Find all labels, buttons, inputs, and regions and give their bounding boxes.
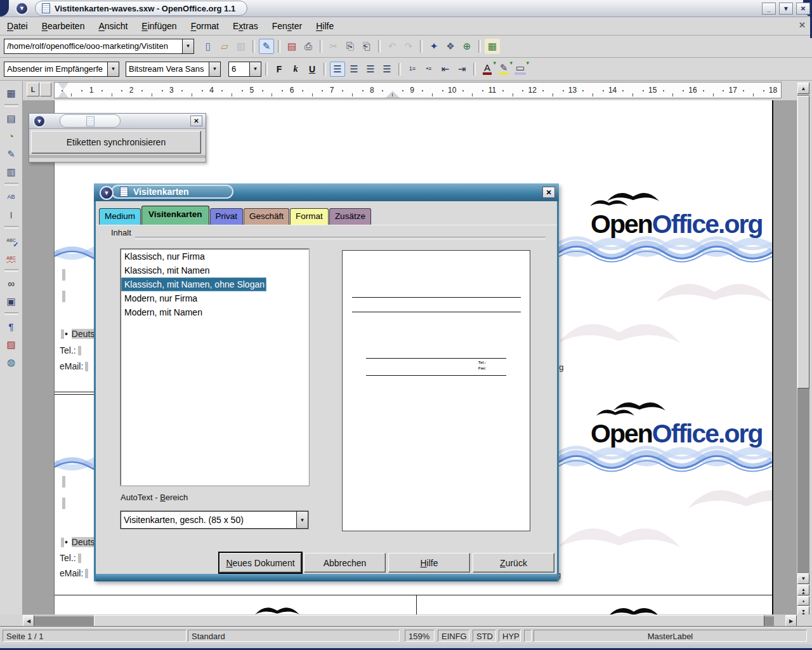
numbered-list-icon[interactable]: 1≡ [405,62,420,77]
float-titlebar[interactable]: ▼ ✕ [29,114,206,129]
autotext-icon[interactable]: AB [4,189,19,204]
menu-format[interactable]: Format [184,18,226,34]
print-icon[interactable]: ⎙ [301,39,316,54]
tab-geschft[interactable]: Geschäft [244,208,289,225]
scroll-down-button[interactable]: ▼ [797,573,809,584]
font-name-input[interactable] [126,62,209,76]
content-list-item[interactable]: Modern, mit Namen [121,305,308,319]
tab-type-button[interactable]: L [27,83,39,96]
font-color-icon[interactable]: A [480,62,495,77]
insert-form-icon[interactable]: ▥ [4,164,19,179]
size-dropdown-button[interactable]: ▼ [249,62,261,76]
menu-ansicht[interactable]: Ansicht [91,18,134,34]
menu-bearbeiten[interactable]: Bearbeiten [35,18,92,34]
content-list-item[interactable]: Klassisch, nur Firma [121,249,308,263]
paste-icon[interactable]: ⎗ [359,39,374,54]
menu-fenster[interactable]: Fenster [265,18,309,34]
font-size-input[interactable] [229,62,249,76]
tab-privat[interactable]: Privat [210,208,244,225]
autotext-dropdown-button[interactable]: ▼ [296,512,308,528]
style-dropdown-button[interactable]: ▼ [107,62,119,76]
scroll-left-button[interactable]: ◀ [23,615,34,627]
zoom-indicator[interactable]: 159% [405,630,435,642]
dialog-titlebar[interactable]: ▼ Visitenkarten ✕ [94,183,559,201]
bullet-list-icon[interactable]: •≡ [421,62,436,77]
new-document-icon[interactable]: ▯ [200,39,216,54]
insert-table-icon[interactable]: ▦ [4,85,19,100]
highlighting-icon[interactable]: ✎ [496,62,511,77]
increase-indent-icon[interactable]: ⇥ [454,62,469,77]
content-list-item[interactable]: Klassisch, mit Namen, ohne Slogan [121,277,266,291]
paragraph-background-icon[interactable]: ▭ [513,62,528,77]
bold-button[interactable]: F [272,62,287,77]
align-justify-icon[interactable]: ☰ [379,62,395,77]
italic-button[interactable]: k [288,62,303,77]
insert-mode-indicator[interactable]: EINFG [438,630,469,642]
underline-button[interactable]: U [304,62,320,77]
synchronize-labels-button[interactable]: Etiketten synchronisieren [31,131,201,154]
zurück-button[interactable]: Zurück [473,553,554,573]
navigation-button[interactable]: ● [797,596,809,606]
menu-hilfe[interactable]: Hilfe [309,18,341,34]
dialog-resize-border[interactable] [94,574,559,581]
float-close-button[interactable]: ✕ [190,116,202,126]
find-icon[interactable]: ∞ [4,275,19,291]
hyperlink-mode-indicator[interactable]: HYP [499,630,521,642]
autotext-input[interactable] [121,512,296,528]
draw-functions-icon[interactable]: ✎ [4,146,19,161]
scroll-right-button[interactable]: ▶ [785,615,797,627]
minimize-button[interactable]: _ [762,3,776,15]
url-input[interactable] [4,39,182,53]
tab-format[interactable]: Format [290,208,329,225]
decrease-indent-icon[interactable]: ⇤ [438,62,453,77]
scroll-up-button[interactable]: ▲ [797,83,809,94]
shade-button[interactable]: ▼ [779,3,793,15]
abbrechen-button[interactable]: Abbrechen [304,553,386,573]
horizontal-scrollbar-thumb[interactable] [94,615,764,627]
spellcheck-icon[interactable]: ABC [4,232,19,248]
close-document-icon[interactable]: ✕ [799,20,806,30]
content-list-item[interactable]: Klassisch, mit Namen [121,263,308,277]
online-layout-icon[interactable]: ◍ [4,354,19,369]
graphics-toggle-icon[interactable]: ▨ [4,336,19,352]
nonprinting-characters-icon[interactable]: ¶ [4,319,19,334]
stylist-icon[interactable]: ❖ [443,39,458,54]
previous-page-button[interactable]: ▲▲ [797,585,809,595]
direct-cursor-icon[interactable]: I [4,207,19,222]
url-dropdown-button[interactable]: ▼ [182,39,193,53]
tab-visitenkarten[interactable]: Visitenkarten [141,206,209,225]
selection-mode-indicator[interactable]: STD [473,630,496,642]
copy-icon[interactable]: ⎘ [343,39,358,54]
align-left-icon[interactable]: ☰ [330,62,345,77]
page-style-indicator[interactable]: Standard [188,630,400,642]
menu-einfgen[interactable]: Einfügen [134,18,183,34]
page-indicator[interactable]: Seite 1 / 1 [3,630,187,642]
open-icon[interactable]: ▱ [217,39,232,54]
insert-graphics-icon[interactable]: ◔ [4,128,19,143]
dialog-menu-button[interactable]: ▼ [100,186,114,200]
export-pdf-icon[interactable]: ▤ [284,39,299,54]
float-menu-button[interactable]: ▼ [33,115,46,128]
close-button[interactable]: ✕ [796,3,810,15]
tab-stop-marker[interactable] [386,91,400,98]
hilfe-button[interactable]: Hilfe [388,553,470,573]
paragraph-style-input[interactable] [4,62,107,76]
horizontal-ruler[interactable]: 123456789101112131415161718 [54,82,782,98]
neues-dokument-button[interactable]: Neues Dokument [219,553,301,573]
gallery-icon[interactable]: ▦ [485,39,500,54]
indent-marker[interactable] [58,83,69,98]
data-sources-icon[interactable]: ▣ [4,293,19,308]
vertical-scrollbar-thumb[interactable] [797,96,809,388]
content-listbox[interactable]: Klassisch, nur FirmaKlassisch, mit Namen… [121,249,309,486]
hyperlink-icon[interactable]: ⊕ [459,39,475,54]
insert-frame-icon[interactable]: ▤ [4,110,19,126]
font-dropdown-button[interactable]: ▼ [209,62,220,76]
window-menu-button[interactable]: ▼ [15,2,29,15]
tab-zustze[interactable]: Zusätze [329,208,371,225]
menu-extras[interactable]: Extras [226,18,265,34]
edit-file-icon[interactable]: ✎ [259,39,274,54]
tab-medium[interactable]: Medium [99,208,141,225]
align-center-icon[interactable]: ☰ [346,62,362,77]
navigator-icon[interactable]: ✦ [426,39,442,54]
auto-spellcheck-icon[interactable]: ABC [4,250,19,265]
